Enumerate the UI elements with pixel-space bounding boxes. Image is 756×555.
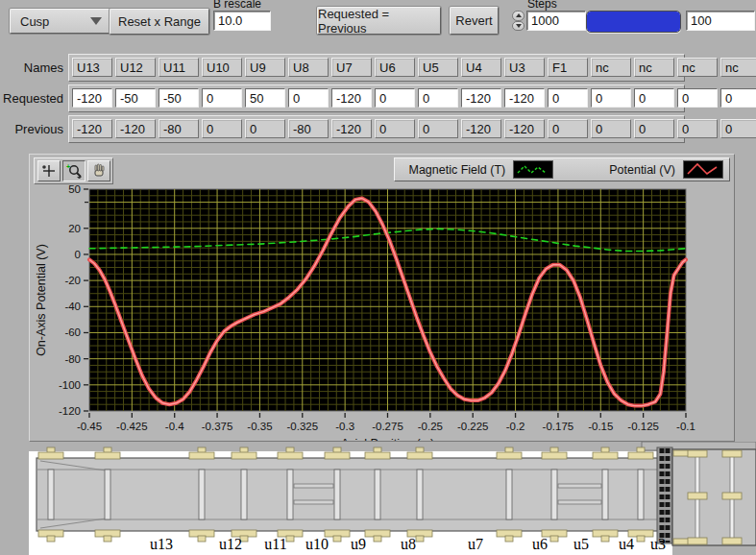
name-cell: U5 xyxy=(418,58,458,77)
b-rescale-field[interactable]: 10.0 xyxy=(213,11,271,31)
b-rescale-value: 10.0 xyxy=(218,13,242,28)
requested-cell[interactable]: 0 xyxy=(677,88,718,108)
previous-cell: 0 xyxy=(634,119,674,138)
steps-field[interactable]: 1000 xyxy=(526,11,586,31)
increment-arrow-icon[interactable] xyxy=(512,11,524,21)
requested-cell[interactable]: -50 xyxy=(159,88,199,108)
name-cell: U3 xyxy=(504,58,545,77)
requested-cell[interactable]: -50 xyxy=(115,88,156,108)
y-tick-label: 20 xyxy=(68,223,81,234)
electrode-label: u4 xyxy=(619,536,634,552)
name-cell: U6 xyxy=(375,58,415,77)
y-tick-label: -100 xyxy=(59,379,81,391)
labview-front-panel: { "toolbar": { "preset_dropdown_value": … xyxy=(0,0,756,555)
name-cell: nc xyxy=(591,58,631,77)
preset-dropdown[interactable]: Cusp xyxy=(10,9,112,34)
x-tick-label: -0.125 xyxy=(627,421,659,432)
previous-cell: 0 xyxy=(375,119,415,138)
y-tick-label: -120 xyxy=(59,405,81,417)
requested-cell[interactable]: 0 xyxy=(375,88,415,108)
name-cell: U11 xyxy=(159,58,199,77)
steps-spinner[interactable] xyxy=(512,11,524,31)
previous-cell: -80 xyxy=(288,119,329,138)
x-tick-label: -0.45 xyxy=(77,421,102,432)
x-tick-label: -0.1 xyxy=(676,421,695,432)
requested-cell[interactable]: 0 xyxy=(418,88,458,108)
x-tick-label: -0.15 xyxy=(588,421,613,432)
name-cell: U7 xyxy=(331,58,372,77)
name-cell: U8 xyxy=(288,58,329,77)
previous-cell: 0 xyxy=(548,119,588,138)
progress-bar xyxy=(586,11,681,33)
x-tick-label: -0.25 xyxy=(418,421,443,432)
previous-cell: -120 xyxy=(72,119,112,138)
potential-graph: + Magnetic Field (T) Potential (V) xyxy=(29,154,735,442)
requested-cell[interactable]: -120 xyxy=(72,88,112,108)
y-tick-label: -40 xyxy=(64,301,81,312)
name-cell: U13 xyxy=(72,58,112,77)
requested-row-label: Requested xyxy=(0,91,63,106)
xy-graph-plot[interactable]: -0.45-0.425-0.4-0.375-0.35-0.325-0.3-0.2… xyxy=(30,155,734,441)
revert-button[interactable]: Revert xyxy=(450,7,499,35)
requested-cell[interactable]: 50 xyxy=(245,88,285,108)
progress-bar-fill xyxy=(587,12,680,32)
requested-cell[interactable]: 0 xyxy=(591,88,631,108)
preset-dropdown-value: Cusp xyxy=(20,14,49,29)
x-tick-label: -0.425 xyxy=(116,421,148,432)
requested-cell[interactable]: 0 xyxy=(548,88,588,108)
name-cell: nc xyxy=(634,58,674,77)
count-field[interactable]: 100 xyxy=(686,11,755,31)
x-axis-title: Axial Position (m) xyxy=(341,437,434,441)
x-tick-label: -0.35 xyxy=(247,421,272,432)
name-cell: nc xyxy=(720,58,756,77)
requested-cell[interactable]: 0 xyxy=(202,88,242,108)
electrode-label: u9 xyxy=(351,536,366,552)
requested-cell[interactable]: 0 xyxy=(288,88,329,108)
x-tick-label: -0.375 xyxy=(202,421,233,432)
electrode-label: u10 xyxy=(305,536,329,552)
previous-cell: -80 xyxy=(159,119,199,138)
count-value: 100 xyxy=(691,13,712,28)
electrode-label: u13 xyxy=(150,536,173,552)
y-tick-label: -60 xyxy=(64,326,81,338)
previous-cell: -120 xyxy=(461,119,501,138)
electrode-label: u7 xyxy=(468,536,483,552)
y-tick-label: -80 xyxy=(64,353,81,365)
x-tick-label: -0.325 xyxy=(286,421,318,432)
electrode-label: u6 xyxy=(532,536,548,552)
decrement-arrow-icon[interactable] xyxy=(512,21,524,32)
requested-cell[interactable]: -120 xyxy=(331,88,372,108)
x-tick-label: -0.3 xyxy=(335,421,354,432)
requested-equals-previous-button[interactable]: Requested = Previous xyxy=(317,7,441,35)
name-cell: nc xyxy=(677,58,718,77)
requested-cell[interactable]: -120 xyxy=(461,88,501,108)
steps-label: Steps xyxy=(527,0,557,11)
dropdown-arrow-icon xyxy=(90,17,102,25)
y-axis-title: On-Axis Potential (V) xyxy=(35,244,48,356)
requested-cell[interactable]: 0 xyxy=(634,88,674,108)
x-tick-label: -0.4 xyxy=(165,421,184,432)
requested-cell[interactable]: 0 xyxy=(720,88,756,108)
x-tick-label: -0.2 xyxy=(506,421,525,432)
reset-x-range-button[interactable]: Reset x Range xyxy=(110,9,209,35)
previous-cell: -120 xyxy=(331,119,372,138)
names-row: U13U12U11U10U9U8U7U6U5U4U3F1ncncncnc xyxy=(68,54,685,82)
previous-cell: -120 xyxy=(115,119,156,138)
electrode-stack-schematic: u13u12u11u10u9u8u7u6u5u4u3 xyxy=(0,442,756,555)
previous-cell: 0 xyxy=(677,119,718,138)
electrode-label: u5 xyxy=(573,536,589,552)
name-cell: F1 xyxy=(548,58,588,77)
previous-cell: 0 xyxy=(202,119,242,138)
previous-cell: 0 xyxy=(245,119,285,138)
steps-value: 1000 xyxy=(531,13,559,28)
previous-cell: -120 xyxy=(504,119,545,138)
requested-equals-previous-label: Requested = Previous xyxy=(318,7,440,36)
x-tick-label: -0.225 xyxy=(457,421,489,432)
revert-label: Revert xyxy=(455,13,492,28)
y-tick-label: 0 xyxy=(75,249,81,260)
requested-cell[interactable]: -120 xyxy=(504,88,545,108)
x-tick-label: -0.275 xyxy=(372,421,403,432)
names-row-label: Names xyxy=(0,60,63,75)
previous-row-label: Previous xyxy=(0,122,63,136)
requested-row: -120-50-500500-12000-120-12000000 xyxy=(68,84,685,112)
